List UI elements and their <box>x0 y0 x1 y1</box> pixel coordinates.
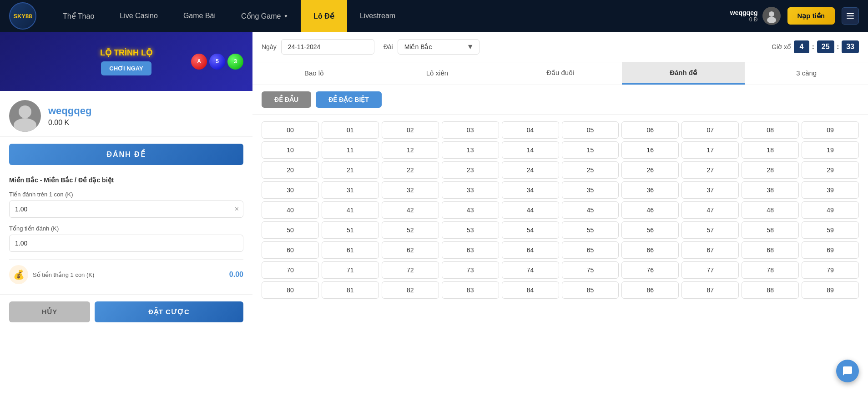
num-cell-76[interactable]: 76 <box>621 261 679 279</box>
num-cell-82[interactable]: 82 <box>382 281 439 299</box>
num-cell-00[interactable]: 00 <box>262 121 319 139</box>
num-cell-12[interactable]: 12 <box>382 141 439 159</box>
num-cell-36[interactable]: 36 <box>621 181 679 199</box>
num-cell-64[interactable]: 64 <box>502 241 559 259</box>
num-cell-87[interactable]: 87 <box>681 281 739 299</box>
num-cell-59[interactable]: 59 <box>802 221 859 239</box>
num-cell-26[interactable]: 26 <box>621 161 679 179</box>
num-cell-06[interactable]: 06 <box>621 121 679 139</box>
tab-3-cang[interactable]: 3 càng <box>745 63 868 85</box>
num-cell-42[interactable]: 42 <box>382 201 439 219</box>
num-cell-71[interactable]: 71 <box>322 261 379 279</box>
num-cell-02[interactable]: 02 <box>382 121 439 139</box>
num-cell-61[interactable]: 61 <box>322 241 379 259</box>
num-cell-41[interactable]: 41 <box>322 201 379 219</box>
num-cell-32[interactable]: 32 <box>382 181 439 199</box>
num-cell-37[interactable]: 37 <box>681 181 739 199</box>
num-cell-79[interactable]: 79 <box>802 261 859 279</box>
num-cell-09[interactable]: 09 <box>802 121 859 139</box>
menu-icon-button[interactable] <box>842 7 859 25</box>
num-cell-07[interactable]: 07 <box>681 121 739 139</box>
num-cell-25[interactable]: 25 <box>562 161 619 179</box>
tong-tien-input[interactable] <box>9 235 243 252</box>
num-cell-55[interactable]: 55 <box>562 221 619 239</box>
num-cell-77[interactable]: 77 <box>681 261 739 279</box>
sub-tab-de-dau[interactable]: ĐỀ ĐẦU <box>262 91 311 108</box>
huy-button[interactable]: HỦY <box>9 301 90 322</box>
num-cell-51[interactable]: 51 <box>322 221 379 239</box>
nap-tien-button[interactable]: Nạp tiền <box>787 7 835 25</box>
num-cell-05[interactable]: 05 <box>562 121 619 139</box>
num-cell-63[interactable]: 63 <box>442 241 499 259</box>
choi-ngay-button[interactable]: CHƠI NGAY <box>101 61 151 75</box>
user-avatar-header[interactable] <box>762 7 781 25</box>
num-cell-30[interactable]: 30 <box>262 181 319 199</box>
num-cell-52[interactable]: 52 <box>382 221 439 239</box>
num-cell-66[interactable]: 66 <box>621 241 679 259</box>
num-cell-39[interactable]: 39 <box>802 181 859 199</box>
num-cell-44[interactable]: 44 <box>502 201 559 219</box>
num-cell-70[interactable]: 70 <box>262 261 319 279</box>
num-cell-10[interactable]: 10 <box>262 141 319 159</box>
tab-dau-duoi[interactable]: Đầu đuôi <box>499 62 622 85</box>
dat-cuoc-button[interactable]: ĐẶT CƯỢC <box>95 301 243 322</box>
num-cell-67[interactable]: 67 <box>681 241 739 259</box>
num-cell-18[interactable]: 18 <box>742 141 799 159</box>
num-cell-29[interactable]: 29 <box>802 161 859 179</box>
num-cell-60[interactable]: 60 <box>262 241 319 259</box>
num-cell-17[interactable]: 17 <box>681 141 739 159</box>
num-cell-78[interactable]: 78 <box>742 261 799 279</box>
num-cell-28[interactable]: 28 <box>742 161 799 179</box>
tab-bao-lo[interactable]: Bao lô <box>252 63 376 85</box>
num-cell-23[interactable]: 23 <box>442 161 499 179</box>
tab-lo-xien[interactable]: Lô xiên <box>376 63 499 85</box>
num-cell-58[interactable]: 58 <box>742 221 799 239</box>
num-cell-65[interactable]: 65 <box>562 241 619 259</box>
clear-tien-danh-icon[interactable]: × <box>235 205 239 213</box>
num-cell-04[interactable]: 04 <box>502 121 559 139</box>
num-cell-47[interactable]: 47 <box>681 201 739 219</box>
num-cell-74[interactable]: 74 <box>502 261 559 279</box>
num-cell-16[interactable]: 16 <box>621 141 679 159</box>
nav-livestream[interactable]: Livestream <box>347 0 408 32</box>
num-cell-01[interactable]: 01 <box>322 121 379 139</box>
ngay-input[interactable] <box>281 39 374 55</box>
num-cell-50[interactable]: 50 <box>262 221 319 239</box>
num-cell-13[interactable]: 13 <box>442 141 499 159</box>
num-cell-75[interactable]: 75 <box>562 261 619 279</box>
num-cell-27[interactable]: 27 <box>681 161 739 179</box>
num-cell-38[interactable]: 38 <box>742 181 799 199</box>
num-cell-03[interactable]: 03 <box>442 121 499 139</box>
num-cell-22[interactable]: 22 <box>382 161 439 179</box>
num-cell-08[interactable]: 08 <box>742 121 799 139</box>
logo-area[interactable]: SKY88 <box>9 2 36 30</box>
num-cell-88[interactable]: 88 <box>742 281 799 299</box>
danh-de-button[interactable]: ĐÁNH ĐỀ <box>9 144 243 165</box>
num-cell-72[interactable]: 72 <box>382 261 439 279</box>
num-cell-21[interactable]: 21 <box>322 161 379 179</box>
tien-danh-input[interactable] <box>9 201 243 218</box>
nav-the-thao[interactable]: Thể Thao <box>50 0 107 32</box>
num-cell-33[interactable]: 33 <box>442 181 499 199</box>
num-cell-35[interactable]: 35 <box>562 181 619 199</box>
num-cell-68[interactable]: 68 <box>742 241 799 259</box>
num-cell-57[interactable]: 57 <box>681 221 739 239</box>
num-cell-20[interactable]: 20 <box>262 161 319 179</box>
num-cell-80[interactable]: 80 <box>262 281 319 299</box>
num-cell-49[interactable]: 49 <box>802 201 859 219</box>
nav-game-bai[interactable]: Game Bài <box>171 0 228 32</box>
nav-cong-game[interactable]: Cổng Game ▼ <box>228 0 301 32</box>
num-cell-34[interactable]: 34 <box>502 181 559 199</box>
num-cell-45[interactable]: 45 <box>562 201 619 219</box>
num-cell-89[interactable]: 89 <box>802 281 859 299</box>
num-cell-43[interactable]: 43 <box>442 201 499 219</box>
num-cell-86[interactable]: 86 <box>621 281 679 299</box>
nav-live-casino[interactable]: Live Casino <box>107 0 171 32</box>
num-cell-14[interactable]: 14 <box>502 141 559 159</box>
sub-tab-de-dac-biet[interactable]: ĐỀ ĐẶC BIỆT <box>316 91 382 108</box>
num-cell-81[interactable]: 81 <box>322 281 379 299</box>
num-cell-19[interactable]: 19 <box>802 141 859 159</box>
num-cell-73[interactable]: 73 <box>442 261 499 279</box>
num-cell-84[interactable]: 84 <box>502 281 559 299</box>
nav-lo-de[interactable]: Lô Đề <box>301 0 347 32</box>
